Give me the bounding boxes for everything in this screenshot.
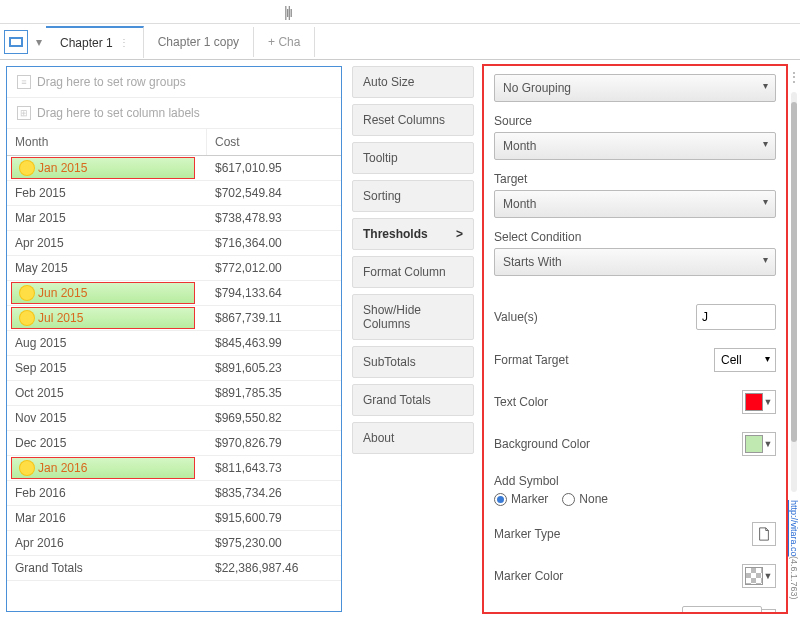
side-item-thresholds[interactable]: Thresholds>	[352, 218, 474, 250]
text-color-picker[interactable]: ▼	[742, 390, 776, 414]
table-row[interactable]: May 2015$772,012.00	[7, 256, 341, 281]
cost-cell: $811,643.73	[207, 456, 341, 480]
side-item-format-column[interactable]: Format Column	[352, 256, 474, 288]
side-item-label: SubTotals	[363, 355, 416, 369]
table-row[interactable]: Feb 2015$702,549.84	[7, 181, 341, 206]
vitara-link[interactable]: http://vitara.co	[789, 500, 799, 557]
table-row[interactable]: Feb 2016$835,734.26	[7, 481, 341, 506]
side-item-label: About	[363, 431, 394, 445]
month-cell: Nov 2015	[7, 406, 207, 430]
table-row[interactable]: Jul 2015$867,739.11	[7, 306, 341, 331]
table-row[interactable]: Dec 2015$970,826.79	[7, 431, 341, 456]
side-item-label: Thresholds	[363, 227, 428, 241]
chart-icon[interactable]: |ı|ı	[284, 4, 291, 20]
side-item-about[interactable]: About	[352, 422, 474, 454]
cols-icon: ⊞	[17, 106, 31, 120]
cost-cell: $716,364.00	[207, 231, 341, 255]
table-row[interactable]: Aug 2015$845,463.99	[7, 331, 341, 356]
side-item-label: Show/Hide Columns	[363, 303, 421, 331]
grouping-select[interactable]: No Grouping	[494, 74, 776, 102]
values-input[interactable]	[696, 304, 776, 330]
tab-add[interactable]: + Cha	[254, 27, 315, 57]
condition-label: Select Condition	[494, 230, 776, 244]
month-cell: Aug 2015	[7, 331, 207, 355]
tab-chapter-1-copy[interactable]: Chapter 1 copy	[144, 27, 254, 57]
table-row[interactable]: Jun 2015$794,133.64	[7, 281, 341, 306]
scrollbar[interactable]	[791, 92, 797, 492]
side-item-tooltip[interactable]: Tooltip	[352, 142, 474, 174]
col-header-month[interactable]: Month	[7, 129, 207, 155]
month-label: Jul 2015	[38, 311, 83, 325]
table-row[interactable]: Mar 2015$738,478.93	[7, 206, 341, 231]
table-row[interactable]: Mar 2016$915,600.79	[7, 506, 341, 531]
more-icon[interactable]: ⋮	[788, 70, 800, 84]
side-item-auto-size[interactable]: Auto Size	[352, 66, 474, 98]
cost-cell: $970,826.79	[207, 431, 341, 455]
tab-menu-icon[interactable]: ⋮	[119, 37, 129, 48]
highlighted-month: Jan 2015	[11, 157, 195, 179]
marker-color-label: Marker Color	[494, 569, 563, 583]
target-label: Target	[494, 172, 776, 186]
grand-totals-row: Grand Totals$22,386,987.46	[7, 556, 341, 581]
marker-type-label: Marker Type	[494, 527, 560, 541]
marker-size-label: Marker Size	[494, 612, 558, 614]
chevron-down-icon: ▼	[763, 397, 773, 407]
side-item-reset-columns[interactable]: Reset Columns	[352, 104, 474, 136]
side-item-grand-totals[interactable]: Grand Totals	[352, 384, 474, 416]
totals-label: Grand Totals	[7, 556, 207, 580]
highlighted-month: Jun 2015	[11, 282, 195, 304]
side-item-sorting[interactable]: Sorting	[352, 180, 474, 212]
sun-icon	[20, 311, 34, 325]
marker-size-input[interactable]	[682, 606, 762, 614]
table-row[interactable]: Jan 2015$617,010.95	[7, 156, 341, 181]
view-mode-dropdown[interactable]: ▾	[32, 30, 46, 54]
month-cell: Dec 2015	[7, 431, 207, 455]
side-item-subtotals[interactable]: SubTotals	[352, 346, 474, 378]
chevron-down-icon: ▼	[763, 571, 773, 581]
radio-none[interactable]: None	[562, 492, 608, 506]
target-select[interactable]: Month	[494, 190, 776, 218]
month-label: Jun 2015	[38, 286, 87, 300]
format-target-select[interactable]: Cell	[714, 348, 776, 372]
radio-marker[interactable]: Marker	[494, 492, 548, 506]
scrollbar-thumb[interactable]	[791, 102, 797, 442]
tab-chapter-1[interactable]: Chapter 1 ⋮	[46, 26, 144, 58]
side-item-label: Auto Size	[363, 75, 414, 89]
row-group-dropzone[interactable]: ≡ Drag here to set row groups	[7, 67, 341, 98]
side-item-show-hide-columns[interactable]: Show/Hide Columns	[352, 294, 474, 340]
cost-cell: $969,550.82	[207, 406, 341, 430]
month-cell: Feb 2016	[7, 481, 207, 505]
table-row[interactable]: Apr 2015$716,364.00	[7, 231, 341, 256]
side-item-label: Sorting	[363, 189, 401, 203]
cost-cell: $835,734.26	[207, 481, 341, 505]
col-label-dropzone[interactable]: ⊞ Drag here to set column labels	[7, 98, 341, 129]
marker-type-picker[interactable]	[752, 522, 776, 546]
highlighted-month: Jan 2016	[11, 457, 195, 479]
chevron-right-icon: >	[456, 227, 463, 241]
radio-icon	[562, 493, 575, 506]
cost-cell: $702,549.84	[207, 181, 341, 205]
side-item-label: Tooltip	[363, 151, 398, 165]
table-row[interactable]: Jan 2016$811,643.73	[7, 456, 341, 481]
source-select[interactable]: Month	[494, 132, 776, 160]
side-item-label: Grand Totals	[363, 393, 431, 407]
table-row[interactable]: Apr 2016$975,230.00	[7, 531, 341, 556]
col-header-cost[interactable]: Cost	[207, 129, 341, 155]
table-row[interactable]: Oct 2015$891,785.35	[7, 381, 341, 406]
cost-cell: $794,133.64	[207, 281, 341, 305]
table-row[interactable]: Nov 2015$969,550.82	[7, 406, 341, 431]
month-label: Jan 2016	[38, 461, 87, 475]
marker-color-picker[interactable]: ▼	[742, 564, 776, 588]
dropzone-text: Drag here to set row groups	[37, 75, 186, 89]
spinner-up[interactable]: ▲	[762, 610, 775, 614]
side-item-label: Reset Columns	[363, 113, 445, 127]
condition-select[interactable]: Starts With	[494, 248, 776, 276]
cost-cell: $891,605.23	[207, 356, 341, 380]
radio-label: Marker	[511, 492, 548, 506]
table-row[interactable]: Sep 2015$891,605.23	[7, 356, 341, 381]
month-cell: Sep 2015	[7, 356, 207, 380]
add-symbol-label: Add Symbol	[494, 474, 776, 488]
view-mode-button[interactable]	[4, 30, 28, 54]
bg-color-picker[interactable]: ▼	[742, 432, 776, 456]
sun-icon	[20, 461, 34, 475]
